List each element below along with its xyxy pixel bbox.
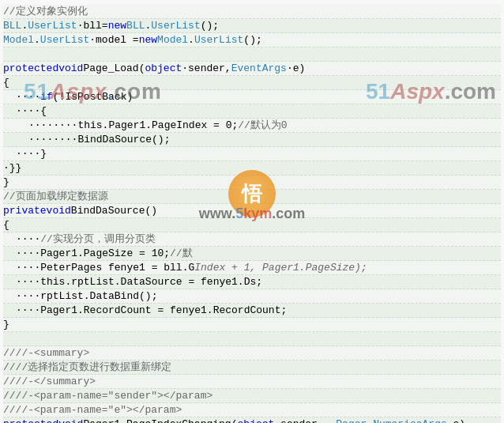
code-line: //定义对象实例化 (3, 5, 501, 19)
code-line: ////选择指定页数进行数据重新绑定 (3, 361, 501, 375)
code-line: //页面加载绑定数据源 (3, 190, 501, 204)
code-line (3, 332, 501, 346)
code-line (3, 47, 501, 62)
code-line: ····rptList.DataBind(); (3, 289, 501, 304)
code-line: } (3, 318, 501, 332)
code-line: ····if (!IsPostBack) (3, 90, 501, 104)
code-line: ////-</summary> (3, 375, 501, 389)
code-line: ····{ (3, 104, 501, 119)
code-line: ////-<param-name="e"></param> (3, 403, 501, 417)
code-line: ·}} (3, 161, 501, 176)
code-line: ····} (3, 147, 501, 161)
code-line: ········BindDaSource(); (3, 133, 501, 147)
code-line: ····Pager1.RecordCount = fenye1.RecordCo… (3, 304, 501, 318)
code-line: ····//实现分页，调用分页类 (3, 232, 501, 247)
code-line: private void BindDaSource() (3, 204, 501, 218)
code-line: ////-<param-name="sender"></param> (3, 389, 501, 403)
code-line: ····PeterPages fenye1 = bll.G Index + 1,… (3, 261, 501, 275)
code-line: ····this.rptList.DataSource = fenye1.Ds; (3, 275, 501, 289)
code-text: //定义对象实例化 (3, 5, 88, 19)
code-line: ////-<summary> (3, 346, 501, 361)
code-line: BLL.UserList ·bll = new BLL.UserList(); (3, 19, 501, 33)
code-text: BLL (3, 19, 21, 33)
code-line: { (3, 76, 501, 90)
code-line: Model.UserList ·model = new Model.UserLi… (3, 33, 501, 47)
code-line: protected void Pager1_PageIndexChanging(… (3, 417, 501, 423)
code-line: } (3, 176, 501, 190)
code-area: 51Aspx.com 51Aspx.com 悟 www.5kym.com //定… (0, 0, 504, 423)
code-line: ····Pager1.PageSize = 10; //默 (3, 247, 501, 261)
code-line: protected void Page_Load(object ·sender,… (3, 62, 501, 76)
code-line: ········this.Pager1.PageIndex = 0; //默认为… (3, 119, 501, 133)
code-line: { (3, 218, 501, 232)
